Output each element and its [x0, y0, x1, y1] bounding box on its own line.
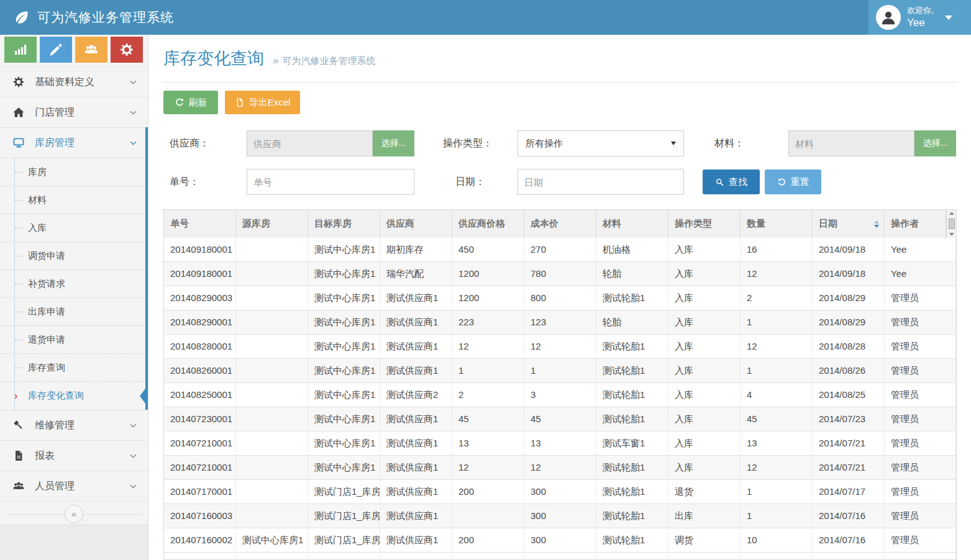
shortcut-settings-button[interactable]	[111, 37, 143, 63]
chevron-down-icon	[129, 482, 138, 491]
table-cell	[236, 359, 308, 382]
column-header-5[interactable]: 成本价	[524, 210, 596, 238]
table-cell: 测试中心库房1	[308, 335, 380, 358]
table-cell: 800	[524, 286, 596, 310]
sidebar-subitem-8[interactable]: 库存变化查询	[0, 382, 145, 410]
vertical-scrollbar[interactable]	[946, 210, 956, 238]
supplier-input[interactable]	[247, 130, 373, 156]
table-row-8[interactable]: 201407210001测试中心库房1测试供应商11313测试车窗1入库1320…	[164, 431, 956, 456]
sidebar-item-warehouse-management[interactable]: 库房管理	[0, 127, 145, 158]
scroll-up-icon[interactable]	[949, 212, 954, 215]
search-icon	[715, 178, 724, 187]
shortcut-edit-button[interactable]	[40, 37, 72, 63]
table-cell: 201407210001	[164, 431, 236, 455]
column-header-3[interactable]: 供应商	[380, 210, 452, 238]
table-cell	[236, 553, 308, 560]
table-cell: 12	[741, 456, 813, 479]
table-cell	[596, 553, 668, 560]
sidebar-subitem-6[interactable]: 退货申请	[0, 326, 145, 354]
sidebar-subitem-3[interactable]: 调货申请	[0, 242, 145, 270]
order-number-input[interactable]	[247, 169, 414, 195]
table-row-0[interactable]: 201409180001测试中心库房1期初库存450270机油格入库162014…	[164, 238, 956, 262]
table-row-12[interactable]: 201407160002测试中心库房1测试门店1_库房测试供应商1200300测…	[164, 528, 956, 553]
date-input[interactable]	[517, 169, 684, 195]
table-row-7[interactable]: 201407230001测试中心库房1测试供应商14545测试轮胎1入库4520…	[164, 407, 956, 431]
table-cell: 201409180001	[164, 262, 236, 286]
sidebar-item-repair-management[interactable]: 维修管理	[0, 410, 148, 440]
table-cell: 测试车窗1	[596, 431, 668, 455]
column-header-0[interactable]: 单号	[164, 210, 236, 238]
sidebar-subitem-4[interactable]: 补货请求	[0, 270, 145, 298]
shortcut-statistics-button[interactable]	[4, 37, 37, 63]
scroll-thumb[interactable]	[949, 219, 955, 229]
table-cell: 测试供应商1	[380, 310, 452, 334]
collapse-sidebar-button[interactable]: «	[65, 505, 83, 523]
table-cell: 12	[741, 335, 813, 358]
sidebar-subitem-7[interactable]: 库存查询	[0, 354, 145, 382]
column-header-2[interactable]: 目标库房	[308, 210, 380, 238]
operation-type-value: 所有操作	[526, 138, 563, 150]
sidebar-subitem-1[interactable]: 材料	[0, 186, 145, 214]
operation-type-select[interactable]: 所有操作	[517, 130, 684, 156]
table-cell	[308, 553, 380, 560]
table-cell: 测试轮胎1	[596, 407, 668, 431]
sidebar-item-personnel[interactable]: 人员管理	[0, 471, 148, 501]
scroll-down-icon[interactable]	[949, 233, 954, 236]
table-cell: 测试供应商1	[380, 456, 452, 479]
table-row-4[interactable]: 201408280001测试中心库房1测试供应商11212测试轮胎1入库1220…	[164, 335, 956, 359]
column-header-9[interactable]: 日期	[813, 210, 885, 238]
table-cell: 测试供应商1	[380, 286, 452, 310]
table-row-6[interactable]: 201408250001测试中心库房1测试供应商223测试轮胎1入库42014/…	[164, 383, 956, 407]
reset-button[interactable]: 重置	[765, 169, 821, 194]
column-header-8[interactable]: 数量	[741, 210, 813, 238]
table-cell: 测试中心库房1	[308, 407, 380, 431]
users-icon	[12, 480, 29, 492]
table-cell: 测试轮胎1	[596, 383, 668, 407]
search-button[interactable]: 查找	[703, 169, 760, 194]
refresh-button[interactable]: 刷新	[163, 91, 218, 114]
table-cell: 测试供应商1	[380, 528, 452, 552]
sidebar-subitem-5[interactable]: 出库申请	[0, 298, 145, 326]
sidebar-subitem-0[interactable]: 库房	[0, 158, 145, 186]
refresh-label: 刷新	[189, 97, 207, 109]
table-cell: 2014/07/16	[813, 504, 885, 528]
table-cell: Yee	[885, 262, 956, 286]
sidebar-item-store-management[interactable]: 门店管理	[0, 97, 148, 127]
sidebar-item-base-data[interactable]: 基础资料定义	[0, 66, 148, 97]
table-row-11[interactable]: 201407160003测试门店1_库房测试供应商1300测试轮胎1出库1201…	[164, 504, 956, 528]
bar-chart-icon	[13, 42, 28, 57]
sidebar-subitem-2[interactable]: 入库	[0, 214, 145, 242]
table-row-3[interactable]: 201408290001测试中心库房1测试供应商1223123轮胎入库12014…	[164, 310, 956, 335]
table-cell: 300	[524, 480, 596, 504]
user-menu[interactable]: 欢迎你, Yee	[868, 0, 971, 35]
order-number-label: 单号：	[170, 169, 199, 195]
column-header-label: 供应商价格	[458, 218, 505, 230]
app-window: 可为汽修业务管理系统 欢迎你, Yee 基础资料定义 门	[0, 0, 971, 560]
table-cell: 管理员	[885, 431, 956, 455]
column-header-label: 操作者	[891, 218, 919, 230]
sidebar-item-reports[interactable]: 报表	[0, 440, 148, 471]
table-cell: 管理员	[885, 528, 956, 552]
column-header-4[interactable]: 供应商价格	[452, 210, 524, 238]
table-row-2[interactable]: 201408290003测试中心库房1测试供应商11200800测试轮胎1入库2…	[164, 286, 956, 310]
supplier-select-button[interactable]: 选择...	[373, 130, 414, 156]
column-header-6[interactable]: 材料	[596, 210, 668, 238]
column-header-7[interactable]: 操作类型	[668, 210, 741, 238]
table-row-10[interactable]: 201407170001测试门店1_库房测试供应商1200300测试轮胎1退货1…	[164, 480, 956, 504]
material-input[interactable]	[788, 130, 914, 156]
pencil-icon	[48, 42, 63, 57]
export-excel-button[interactable]: 导出Excel	[225, 91, 300, 114]
table-row-9[interactable]: 201407210001测试中心库房1测试供应商11212测试轮胎1入库1220…	[164, 456, 956, 480]
sidebar-item-label: 报表	[35, 449, 55, 463]
column-header-10[interactable]: 操作者	[885, 210, 946, 238]
export-label: 导出Excel	[249, 97, 291, 109]
shortcut-users-button[interactable]	[75, 37, 107, 63]
table-cell	[741, 553, 813, 560]
column-header-1[interactable]: 源库房	[236, 210, 308, 238]
app-title: 可为汽修业务管理系统	[37, 9, 174, 26]
person-icon	[879, 8, 898, 27]
table-cell: 2014/07/16	[813, 528, 885, 552]
table-row-1[interactable]: 201409180001测试中心库房1瑞华汽配1200780轮胎入库122014…	[164, 262, 956, 286]
table-row-5[interactable]: 201408260001测试中心库房1测试供应商111测试轮胎1入库12014/…	[164, 359, 956, 383]
material-select-button[interactable]: 选择...	[914, 130, 956, 156]
